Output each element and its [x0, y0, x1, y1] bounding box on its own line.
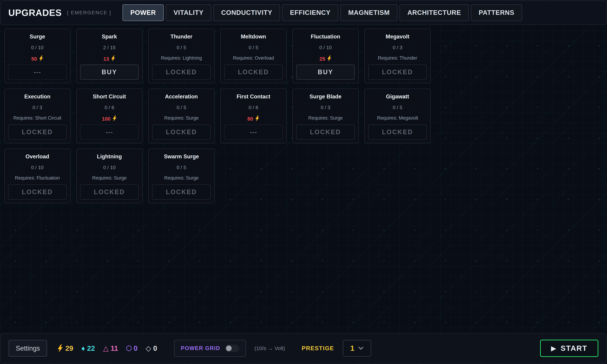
upgrade-count: 0 / 10: [103, 165, 115, 170]
upgrade-name: Execution: [24, 93, 50, 100]
upgrade-name: Overload: [26, 154, 49, 160]
currency-diamond-filled: ♦22: [81, 344, 95, 352]
upgrade-action-button: LOCKED: [8, 184, 67, 200]
upgrade-requirement: Requires: Surge: [308, 115, 343, 121]
upgrade-card: Thunder 0 / 5 Requires: Lightning LOCKED: [148, 28, 215, 83]
currency-value: 11: [111, 344, 118, 352]
upgrade-info: 50: [31, 55, 43, 63]
power-grid-label: POWER GRID: [181, 345, 220, 351]
upgrade-requirement: Requires: Short Circuit: [14, 115, 61, 121]
diamond-filled-icon: ♦: [81, 344, 85, 352]
bolt-icon: [327, 55, 331, 63]
upgrade-count: 0 / 3: [321, 105, 330, 110]
upgrade-cost: 50: [31, 56, 37, 62]
tab-magnetism[interactable]: MAGNETISM: [340, 4, 398, 21]
page-subtitle: [ EMERGENCE ]: [67, 10, 111, 15]
upgrade-card: Execution 0 / 3 Requires: Short Circuit …: [4, 89, 70, 143]
upgrade-count: 0 / 10: [319, 45, 331, 51]
upgrade-requirement: Requires: Fluctuation: [15, 175, 60, 181]
tab-vitality[interactable]: VITALITY: [166, 4, 211, 21]
bolt-icon: [39, 55, 43, 63]
upgrade-count: 0 / 6: [248, 105, 258, 110]
upgrade-count: 0 / 5: [177, 105, 186, 110]
upgrade-count: 0 / 5: [177, 165, 186, 170]
upgrade-requirement: Requires: Overload: [233, 55, 274, 61]
prestige-value: 1: [350, 344, 354, 352]
upgrade-requirement: Requires: Surge: [164, 175, 199, 181]
upgrade-count: 0 / 5: [177, 45, 186, 51]
triangle-icon: △: [103, 344, 109, 352]
upgrade-name: Fluctuation: [311, 34, 340, 40]
upgrade-info: 13: [103, 55, 115, 63]
currency-diamond-outline: ◇0: [146, 344, 157, 352]
upgrade-requirement: Requires: Lightning: [161, 55, 202, 61]
upgrade-action-button: ---: [224, 125, 283, 140]
tab-conductivity[interactable]: CONDUCTIVITY: [213, 4, 280, 21]
upgrade-grid: Surge 0 / 10 50 --- Spark 2 / 15 13 BUY …: [4, 28, 603, 330]
upgrade-name: Surge: [30, 34, 45, 40]
upgrade-card: Acceleration 0 / 5 Requires: Surge LOCKE…: [148, 89, 215, 143]
upgrade-action-button: LOCKED: [368, 65, 427, 80]
upgrade-card: Surge Blade 0 / 3 Requires: Surge LOCKED: [292, 89, 359, 143]
prestige-label: PRESTIGE: [302, 345, 334, 352]
upgrade-card: Swarm Surge 0 / 5 Requires: Surge LOCKED: [148, 148, 215, 203]
chevron-down-icon: [358, 347, 363, 350]
upgrade-card: Spark 2 / 15 13 BUY: [76, 28, 142, 83]
upgrade-name: Lightning: [97, 154, 122, 160]
upgrade-cost: 100: [102, 116, 110, 122]
upgrade-count: 2 / 15: [103, 45, 115, 51]
currency-value: 0: [153, 344, 157, 352]
upgrade-card: Overload 0 / 10 Requires: Fluctuation LO…: [4, 148, 70, 203]
bolt-icon: [111, 55, 115, 63]
currency-value: 29: [65, 344, 73, 352]
upgrade-action-button: ---: [8, 65, 67, 80]
upgrade-card: Fluctuation 0 / 10 25 BUY: [292, 28, 359, 83]
play-icon: ▶: [551, 344, 557, 352]
rate-text: (10/s → Volt): [254, 345, 285, 351]
upgrade-name: Surge Blade: [309, 93, 342, 100]
upgrade-action-button[interactable]: BUY: [296, 65, 355, 80]
upgrade-cost: 80: [247, 116, 253, 122]
tab-power[interactable]: POWER: [123, 4, 164, 21]
currency-bar: 29♦22△110◇0: [57, 344, 157, 352]
upgrade-card: Gigawatt 0 / 5 Requires: Megavolt LOCKED: [364, 89, 431, 143]
upgrade-name: Spark: [102, 34, 117, 40]
prestige-select[interactable]: 1: [343, 340, 371, 357]
diamond-outline-icon: ◇: [146, 344, 151, 352]
upgrade-action-button: LOCKED: [224, 65, 283, 80]
upgrade-action-button: LOCKED: [152, 184, 211, 200]
bolt-icon: [112, 115, 117, 123]
upgrade-count: 0 / 3: [393, 45, 402, 51]
header: UPGRADES [ EMERGENCE ] POWERVITALITYCOND…: [0, 0, 607, 25]
tab-efficiency[interactable]: EFFICIENCY: [282, 4, 338, 21]
upgrade-action-button: LOCKED: [80, 184, 138, 200]
start-button[interactable]: ▶ START: [540, 340, 598, 357]
upgrade-name: First Contact: [236, 93, 270, 100]
currency-hexagon: 0: [126, 344, 138, 352]
upgrade-count: 0 / 10: [31, 45, 43, 51]
toggle-knob: [226, 346, 232, 351]
upgrade-card: Lightning 0 / 10 Requires: Surge LOCKED: [76, 148, 142, 203]
upgrade-card: Surge 0 / 10 50 ---: [4, 28, 70, 83]
tab-bar: POWERVITALITYCONDUCTIVITYEFFICIENCYMAGNE…: [123, 4, 522, 21]
tab-patterns[interactable]: PATTERNS: [471, 4, 522, 21]
upgrade-name: Megavolt: [386, 34, 409, 40]
currency-value: 0: [134, 344, 138, 352]
start-label: START: [561, 344, 587, 352]
upgrade-count: 0 / 3: [32, 105, 42, 110]
upgrade-action-button: LOCKED: [296, 125, 355, 140]
upgrade-action-button[interactable]: BUY: [80, 65, 138, 80]
settings-button[interactable]: Settings: [9, 340, 47, 357]
upgrade-name: Swarm Surge: [164, 154, 199, 160]
power-grid-control: POWER GRID: [174, 340, 246, 357]
tab-architecture[interactable]: ARCHITECTURE: [400, 4, 469, 21]
upgrade-requirement: Requires: Megavolt: [377, 115, 418, 121]
upgrade-name: Meltdown: [241, 34, 266, 40]
currency-value: 22: [87, 344, 95, 352]
upgrade-count: 0 / 10: [31, 165, 43, 170]
bolt-icon: [57, 344, 63, 352]
footer: Settings 29♦22△110◇0 POWER GRID (10/s → …: [0, 333, 607, 364]
power-grid-toggle[interactable]: [225, 345, 239, 352]
upgrade-count: 0 / 5: [393, 105, 402, 110]
upgrade-info: 100: [102, 115, 117, 123]
